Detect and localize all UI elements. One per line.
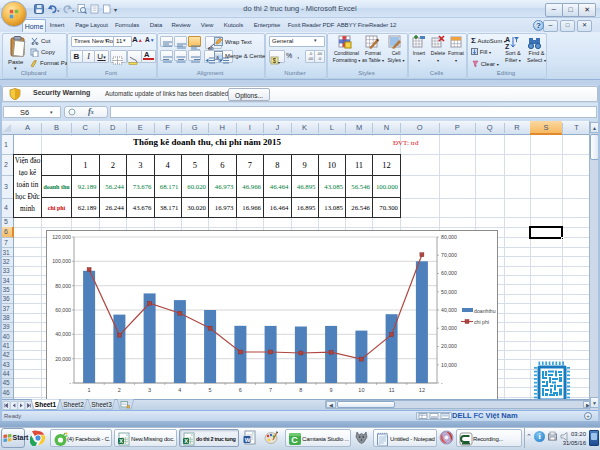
svg-text:X: X bbox=[119, 438, 123, 444]
svg-text:8: 8 bbox=[299, 387, 302, 393]
svg-text:9: 9 bbox=[302, 160, 306, 170]
svg-text:56.244: 56.244 bbox=[105, 183, 124, 190]
svg-text:38.171: 38.171 bbox=[160, 204, 179, 211]
svg-text:16.966: 16.966 bbox=[242, 204, 261, 211]
svg-text:40,000: 40,000 bbox=[441, 307, 457, 313]
svg-text:10: 10 bbox=[358, 387, 364, 393]
svg-text:1: 1 bbox=[83, 160, 87, 170]
svg-text:3: 3 bbox=[138, 160, 142, 170]
svg-text:6: 6 bbox=[220, 160, 224, 170]
svg-text:60,000: 60,000 bbox=[55, 307, 71, 313]
svg-text:3: 3 bbox=[148, 387, 151, 393]
svg-text:20,000: 20,000 bbox=[441, 343, 457, 349]
svg-text:43.085: 43.085 bbox=[324, 183, 343, 190]
svg-text:26.244: 26.244 bbox=[105, 204, 124, 211]
svg-text:7: 7 bbox=[248, 160, 252, 170]
svg-text:$: $ bbox=[272, 57, 276, 64]
svg-text:2: 2 bbox=[111, 160, 115, 170]
svg-text:5: 5 bbox=[209, 387, 212, 393]
svg-text:8: 8 bbox=[275, 160, 279, 170]
svg-text:80,000: 80,000 bbox=[441, 234, 457, 240]
svg-text:X: X bbox=[184, 438, 188, 444]
svg-text:100.000: 100.000 bbox=[376, 183, 399, 190]
svg-text:Sheet1: Sheet1 bbox=[35, 401, 57, 408]
svg-text:43.676: 43.676 bbox=[133, 204, 152, 211]
svg-text:-: - bbox=[69, 380, 71, 386]
svg-text:10: 10 bbox=[328, 160, 337, 170]
svg-text:7: 7 bbox=[269, 387, 272, 393]
svg-text:13.085: 13.085 bbox=[324, 204, 343, 211]
svg-text:9: 9 bbox=[330, 387, 333, 393]
svg-text:2: 2 bbox=[118, 387, 121, 393]
svg-text:toán tin: toán tin bbox=[17, 181, 39, 189]
svg-text:26.546: 26.546 bbox=[351, 204, 370, 211]
svg-text:A: A bbox=[505, 36, 510, 43]
svg-text:70,000: 70,000 bbox=[441, 252, 457, 258]
svg-text:68.171: 68.171 bbox=[160, 183, 179, 190]
svg-text:11: 11 bbox=[355, 160, 363, 170]
svg-text:16.973: 16.973 bbox=[215, 204, 234, 211]
svg-text:92.189: 92.189 bbox=[78, 183, 97, 190]
svg-text:46.966: 46.966 bbox=[242, 183, 261, 190]
svg-text:46.973: 46.973 bbox=[215, 183, 234, 190]
svg-text:10,000: 10,000 bbox=[441, 362, 457, 368]
svg-text:12: 12 bbox=[382, 160, 391, 170]
svg-text:60,000: 60,000 bbox=[441, 270, 457, 276]
svg-text:70.300: 70.300 bbox=[379, 204, 398, 211]
svg-text:46.895: 46.895 bbox=[297, 183, 316, 190]
svg-text:doanhthu: doanhthu bbox=[474, 308, 496, 314]
svg-text:100,000: 100,000 bbox=[52, 258, 71, 264]
svg-text:chi phí: chi phí bbox=[48, 205, 66, 211]
svg-text:120,000: 120,000 bbox=[52, 234, 71, 240]
svg-text:doanh thu: doanh thu bbox=[43, 184, 70, 190]
svg-text:30,000: 30,000 bbox=[441, 325, 457, 331]
svg-text:46.464: 46.464 bbox=[270, 183, 289, 190]
svg-text:W: W bbox=[245, 437, 251, 443]
svg-text:Z: Z bbox=[505, 43, 510, 50]
svg-text:16.895: 16.895 bbox=[297, 204, 316, 211]
svg-text:-: - bbox=[441, 380, 443, 386]
svg-text:6: 6 bbox=[239, 387, 242, 393]
svg-text:học Đức: học Đức bbox=[15, 193, 39, 201]
svg-text:16.464: 16.464 bbox=[270, 204, 289, 211]
svg-text:C: C bbox=[291, 435, 298, 445]
svg-text:Sheet3: Sheet3 bbox=[91, 401, 112, 408]
svg-text:5: 5 bbox=[193, 160, 197, 170]
svg-text:56.546: 56.546 bbox=[351, 183, 370, 190]
svg-text:20,000: 20,000 bbox=[55, 356, 71, 362]
svg-text:tạo kế: tạo kế bbox=[19, 169, 37, 177]
svg-text:62.189: 62.189 bbox=[78, 204, 97, 211]
svg-text:12: 12 bbox=[419, 387, 425, 393]
svg-text:1: 1 bbox=[88, 387, 91, 393]
svg-text:60.020: 60.020 bbox=[187, 183, 206, 190]
svg-text:4: 4 bbox=[178, 387, 181, 393]
svg-text:50,000: 50,000 bbox=[441, 289, 457, 295]
svg-text:Viện đào: Viện đào bbox=[15, 157, 41, 165]
svg-text:chi phí: chi phí bbox=[474, 319, 490, 325]
svg-text:Sheet2: Sheet2 bbox=[63, 401, 84, 408]
svg-text:73.676: 73.676 bbox=[133, 183, 152, 190]
svg-text:11: 11 bbox=[389, 387, 395, 393]
svg-text:80,000: 80,000 bbox=[55, 283, 71, 289]
svg-text:30.020: 30.020 bbox=[187, 204, 206, 211]
svg-text:minh: minh bbox=[20, 205, 35, 213]
svg-text:40,000: 40,000 bbox=[55, 331, 71, 337]
